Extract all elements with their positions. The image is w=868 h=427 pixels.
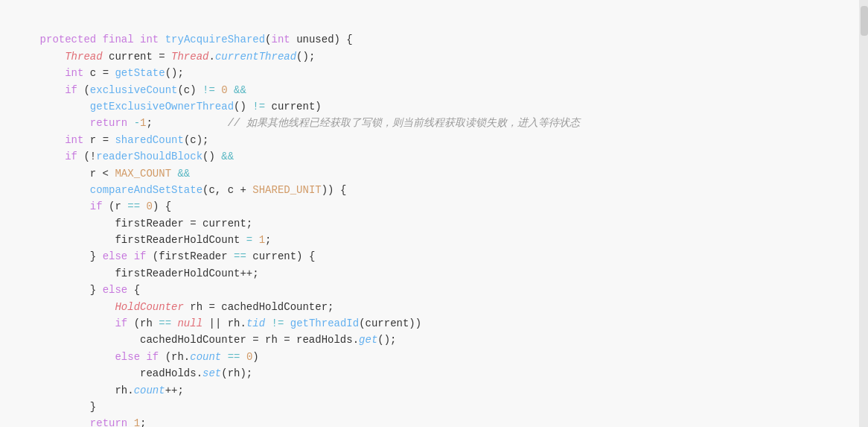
code-line-1: protected final int tryAcquireShared(int… [15,34,353,45]
code-line-11: if (r == 0) { [15,200,171,212]
code-line-16: } else { [15,284,140,296]
scrollbar-thumb[interactable] [861,6,868,36]
code-line-5: getExclusiveOwnerThread() != current) [15,101,322,113]
code-line-18: if (rh == null || rh.tid != getThreadId(… [15,317,421,329]
code-line-3: int c = getState(); [15,67,184,79]
code-block: protected final int tryAcquireShared(int… [15,15,846,427]
code-line-24: return 1; [15,417,146,427]
code-container: protected final int tryAcquireShared(int… [0,0,868,427]
code-line-2: Thread current = Thread.currentThread(); [15,51,315,63]
code-line-23: } [15,401,96,413]
code-line-7: int r = sharedCount(c); [15,134,208,146]
code-line-22: rh.count++; [15,385,184,396]
code-line-12: firstReader = current; [15,218,252,230]
code-line-6: return -1; // 如果其他线程已经获取了写锁，则当前线程获取读锁失败，… [15,117,580,129]
scrollbar-area[interactable] [859,0,868,427]
code-line-21: readHolds.set(rh); [15,367,252,379]
code-line-15: firstReaderHoldCount++; [15,268,259,279]
code-line-8: if (!readerShouldBlock() && [15,151,234,162]
code-line-10: compareAndSetState(c, c + SHARED_UNIT)) … [15,184,346,196]
code-line-13: firstReaderHoldCount = 1; [15,234,271,246]
code-line-19: cachedHoldCounter = rh = readHolds.get()… [15,334,397,346]
code-line-4: if (exclusiveCount(c) != 0 && [15,84,246,96]
code-line-20: else if (rh.count == 0) [15,351,259,363]
code-line-14: } else if (firstReader == current) { [15,250,315,262]
code-line-17: HoldCounter rh = cachedHoldCounter; [15,301,334,313]
code-line-9: r < MAX_COUNT && [15,168,190,180]
